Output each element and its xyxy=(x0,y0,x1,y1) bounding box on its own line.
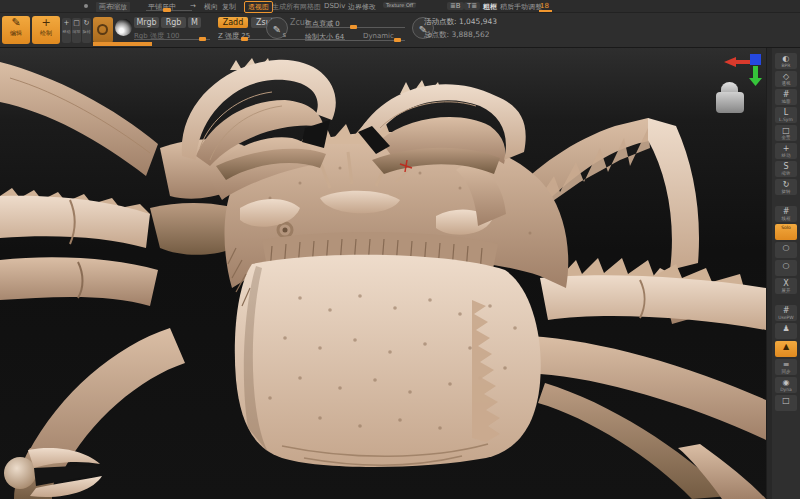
pose-tool-button[interactable]: ♟ xyxy=(775,323,797,339)
rough-frame-label: 粗框 xyxy=(483,2,497,12)
move-icon: + xyxy=(62,18,71,29)
toggle-b-icon: ○ xyxy=(775,261,797,270)
y-axis-arrow-icon xyxy=(749,78,762,86)
sync-icon: ≡ xyxy=(775,360,797,369)
render-b1-button[interactable]: ≣B xyxy=(447,2,464,10)
move-button[interactable]: + 移动 xyxy=(62,18,71,43)
later-adjust-value[interactable]: 18 xyxy=(540,2,549,10)
scale-canvas-label: 缩放 xyxy=(775,171,797,176)
rgb-intensity-handle[interactable] xyxy=(199,37,206,41)
tile-slider-handle[interactable] xyxy=(163,8,171,12)
pose-tool-icon: ♟ xyxy=(775,324,797,333)
frame-icon: □ xyxy=(775,126,797,135)
edit-pen-icon: ✎ xyxy=(2,16,30,29)
dynamic-toggle[interactable]: Dynamic xyxy=(363,32,394,40)
m-button[interactable]: M xyxy=(188,17,201,28)
dynamic-persp-icon: ◉ xyxy=(775,378,797,387)
sync-button[interactable]: ≡同步 xyxy=(775,359,797,375)
rotate-canvas-label: 旋转 xyxy=(775,189,797,194)
grid-snap-label: UsePW xyxy=(775,315,797,320)
document-canvas[interactable] xyxy=(0,48,766,499)
rotate-button[interactable]: ↻ 旋转 xyxy=(82,18,91,43)
local-symmetry-label: L.Sym xyxy=(775,117,797,122)
current-brush-button[interactable] xyxy=(93,17,113,43)
toggle-a-icon: ○ xyxy=(775,243,797,252)
sculptris-pro-icon: ▲ xyxy=(775,342,797,351)
xpose-label: 展开 xyxy=(775,288,797,293)
polyframe-label: 线框 xyxy=(775,216,797,221)
move-canvas-label: 移动 xyxy=(775,153,797,158)
draw-size-track[interactable] xyxy=(305,40,405,41)
canvas-zoom-label[interactable]: 画布缩放 xyxy=(96,2,130,12)
later-adjust-valuebar xyxy=(539,10,552,12)
polyframe-button[interactable]: #线框 xyxy=(775,206,797,222)
grid-snap-button[interactable]: #UsePW xyxy=(775,305,797,321)
xpose-button[interactable]: X展开 xyxy=(775,278,797,294)
edit-button[interactable]: ✎ 编辑 xyxy=(2,16,30,44)
pressure-zintensity-button[interactable]: ✎ S xyxy=(266,17,288,39)
persp-button[interactable]: ◇透视 xyxy=(775,71,797,87)
sdiv-label[interactable]: DSDiv xyxy=(324,2,345,10)
move-canvas-button[interactable]: +移动 xyxy=(775,143,797,159)
zadd-button[interactable]: Zadd xyxy=(218,17,248,28)
toggle-b-button[interactable]: ○ xyxy=(775,260,797,276)
draw-brush-icon: + xyxy=(32,16,60,29)
render-b2-button[interactable]: T≣ xyxy=(464,2,480,10)
z-axis-icon xyxy=(750,54,761,65)
pressure-zintensity-sub: S xyxy=(283,32,286,38)
x-axis-arrow-icon xyxy=(724,57,736,67)
draw-size-handle[interactable] xyxy=(394,38,401,42)
camera-base-icon xyxy=(716,92,744,113)
generate-mesh-label[interactable]: 生成所有网格图 xyxy=(272,2,321,12)
sculptris-pro-button[interactable]: ▲ xyxy=(775,341,797,357)
border-modify-label[interactable]: 边界修改 xyxy=(348,2,376,12)
crab-model[interactable] xyxy=(0,48,766,499)
axis-gizmo[interactable] xyxy=(722,50,768,86)
active-points-counter: 活动点数: 1,045,943 xyxy=(424,17,497,27)
bpr-render-button[interactable]: ◐BPR xyxy=(775,53,797,69)
arrow-icon[interactable]: → xyxy=(190,2,196,10)
move-label: 移动 xyxy=(62,29,71,34)
solo-label: Solo xyxy=(775,225,797,230)
toggle-a-button[interactable]: ○ xyxy=(775,242,797,258)
lock-view-icon: □ xyxy=(775,396,797,405)
perspective-button[interactable]: 透视图 xyxy=(244,1,273,13)
z-intensity-handle[interactable] xyxy=(241,37,248,41)
move-canvas-icon: + xyxy=(775,144,797,153)
shelf-group-gap xyxy=(772,294,800,303)
polyframe-icon: # xyxy=(775,207,797,216)
top-shelf: ✎ 编辑 + 绘制 + 移动 □ 缩放 ↻ 旋转 Mrgb Rgb M Rgb … xyxy=(0,13,800,48)
mrgb-button[interactable]: Mrgb xyxy=(134,17,159,28)
curve-icon[interactable]: ⌒ xyxy=(410,2,417,12)
frame-button[interactable]: □全景 xyxy=(775,125,797,141)
total-points-counter: 总点数: 3,888,562 xyxy=(424,30,490,40)
scale-canvas-icon: S xyxy=(775,162,797,171)
floor-label: 地面 xyxy=(775,99,797,104)
later-adjust-label[interactable]: 稍后手动调整 xyxy=(500,2,542,12)
frame-label: 全景 xyxy=(775,135,797,140)
material-preview-sphere[interactable] xyxy=(115,19,132,36)
rotate-canvas-icon: ↻ xyxy=(775,180,797,189)
local-symmetry-icon: L xyxy=(775,108,797,117)
copy-button[interactable]: 复制 xyxy=(222,2,236,12)
rgb-button[interactable]: Rgb xyxy=(161,17,186,28)
persp-icon: ◇ xyxy=(775,72,797,81)
scale-button[interactable]: □ 缩放 xyxy=(72,18,81,43)
edit-label: 编辑 xyxy=(2,29,30,36)
shelf-group-gap xyxy=(772,195,800,204)
persp-label: 透视 xyxy=(775,81,797,86)
title-dot-icon xyxy=(84,4,88,8)
local-symmetry-button[interactable]: LL.Sym xyxy=(775,107,797,123)
focal-shift-handle[interactable] xyxy=(350,25,357,29)
scale-canvas-button[interactable]: S缩放 xyxy=(775,161,797,177)
horizontal-button[interactable]: 横向 xyxy=(204,2,218,12)
sync-label: 同步 xyxy=(775,369,797,374)
draw-button[interactable]: + 绘制 xyxy=(32,16,60,44)
rotate-canvas-button[interactable]: ↻旋转 xyxy=(775,179,797,195)
floor-button[interactable]: #地面 xyxy=(775,89,797,105)
titlebar: 画布缩放 平铺居中 → 横向 复制 透视图 生成所有网格图 DSDiv 边界修改… xyxy=(0,0,800,13)
solo-button[interactable]: Solo xyxy=(775,224,797,240)
lock-view-button[interactable]: □ xyxy=(775,395,797,411)
camera-view-widget[interactable] xyxy=(713,82,747,114)
dynamic-persp-button[interactable]: ◉Dyna xyxy=(775,377,797,393)
